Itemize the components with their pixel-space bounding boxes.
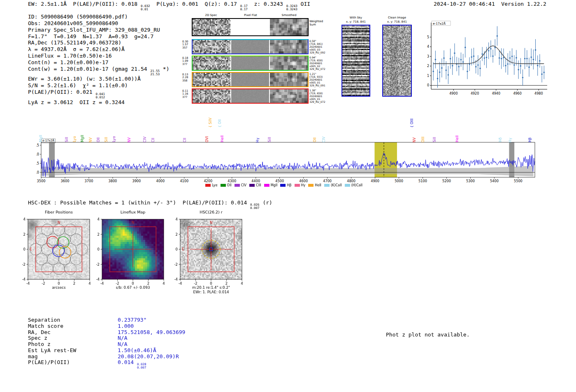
match-field-value: 0.014 — [118, 359, 137, 365]
clean-image-coords: x, y: 718, 841 — [381, 20, 413, 24]
legend-swatch — [324, 184, 330, 187]
legend-swatch — [345, 184, 350, 187]
svg-text:-4: -4 — [26, 281, 30, 285]
legend-swatch — [295, 184, 300, 187]
match-field-label: Match score — [28, 323, 118, 329]
svg-text:4: 4 — [176, 217, 178, 221]
legend-item: (H)CaII — [345, 183, 362, 187]
spec2d-row — [192, 88, 309, 104]
spec2d-strip — [193, 56, 230, 70]
svg-text:-2: -2 — [22, 262, 26, 267]
legend-swatch — [235, 184, 240, 187]
svg-text:2.5: 2.5 — [36, 161, 39, 165]
hsc-dex-header: HSC-DEX : Possible Matches = 1 (within +… — [28, 199, 272, 210]
spec2d-row — [192, 72, 309, 87]
hsc-xlabel: m:20.1 re:1.4" s:0.2" — [176, 285, 246, 290]
info-line: P(LAE)/P(OII): 0.021 0.0410.012 — [28, 89, 169, 99]
svg-text:1: 1 — [427, 74, 429, 78]
fiber-xlabel: arcsecs — [24, 285, 94, 290]
legend-item: CIII — [249, 183, 261, 187]
svg-text:0: 0 — [98, 247, 100, 251]
info-line: ID: 5090086490 (5090086490.pdf) — [28, 14, 169, 20]
svg-text:-2: -2 — [194, 281, 197, 285]
hsc-image-title: HSC(26.2) r — [180, 210, 242, 214]
svg-text:2: 2 — [73, 281, 75, 285]
legend-item: OII — [221, 183, 232, 187]
legend-swatch — [264, 184, 269, 187]
svg-text:4920: 4920 — [471, 92, 479, 95]
legend-label: Lyα — [212, 183, 218, 187]
spec2d-strip — [231, 19, 269, 35]
svg-text:4300: 4300 — [228, 179, 236, 183]
svg-text:-2: -2 — [116, 281, 119, 285]
clean-image-panel: Clean Image x, y: 718, 841 — [381, 16, 413, 97]
spec2d-strip — [231, 56, 269, 70]
spec2d-row-note: 1.21"(718, 933)20240601v005_01329_RU_091 — [309, 72, 328, 87]
svg-text:-4: -4 — [22, 277, 26, 281]
detection-info-block: ID: 5090086490 (5090086490.pdf)Obs: 2024… — [28, 14, 169, 105]
svg-text:7.5: 7.5 — [36, 143, 39, 147]
stacked-uncertainty: 0.0260.007 — [250, 203, 260, 210]
match-field-value: 20.08(20.07,20.09)R — [118, 353, 179, 360]
emission-line-marker: { SiIV — [209, 118, 213, 128]
legend-item: Hβ — [280, 183, 291, 187]
match-table-row: Photo zN/A — [28, 341, 185, 348]
info-line: F=1.7" T=0.149 N=1.37 A=0.93 g=24.7 — [28, 33, 169, 40]
spec2d-row-note: 0.94"(719, 658)20240601v005_02329_RU_072 — [309, 56, 328, 70]
hsc-xlabel2: EWr: 1. PLAE: 0.014 — [176, 290, 246, 294]
info-line: LineFlux = 1.70(±0.50)e-16 — [28, 53, 169, 59]
svg-text:-4: -4 — [179, 281, 182, 285]
legend-swatch — [308, 184, 314, 187]
legend-swatch — [280, 184, 286, 187]
match-field-value: N/A — [118, 335, 127, 341]
hsc-image-panel: HSC(26.2) r -4-2024-4-2024NE m:20.1 re:1… — [169, 209, 251, 297]
svg-text:2: 2 — [23, 232, 26, 237]
match-field-value: 1.000 — [118, 323, 134, 329]
svg-text:4600: 4600 — [299, 179, 308, 183]
svg-text:3: 3 — [427, 55, 429, 58]
fiber-positions-title: Fiber Positions — [28, 210, 90, 214]
spec2d-col-header: 2D Spec — [192, 14, 230, 17]
legend-label: (K)CaII — [331, 183, 342, 187]
match-table-row: RA, Dec175.521058, 49.063699 — [28, 329, 185, 336]
svg-text:5300: 5300 — [466, 179, 475, 183]
info-line: RA,Dec (175.521149,49.063728) — [28, 39, 169, 46]
svg-text:4100: 4100 — [180, 179, 188, 183]
spec2d-strip — [231, 73, 269, 86]
clean-image-title: Clean Image — [381, 16, 413, 20]
svg-text:4: 4 — [98, 217, 100, 221]
stacked-uncertainty: 0.32430.3243 — [286, 5, 297, 11]
legend-label: (H)CaII — [351, 183, 362, 187]
svg-text:0: 0 — [210, 281, 212, 285]
legend-label: Hβ — [287, 183, 291, 187]
info-line: Primary Spec_Slot_IFU_AMP: 329_088_029_R… — [28, 27, 169, 33]
svg-text:2: 2 — [147, 281, 149, 285]
spec2d-strip — [270, 56, 308, 70]
svg-text:4000: 4000 — [156, 179, 165, 183]
svg-text:5000: 5000 — [395, 179, 403, 183]
svg-text:5400: 5400 — [490, 179, 499, 183]
legend-swatch — [221, 184, 226, 187]
info-line: Cont(w) = 1.20(±0.01)e-17 (gmag 21.54 21… — [28, 66, 169, 76]
stacked-uncertainty: 0.0280.007 — [137, 363, 146, 369]
info-line: Obs: 20240601v005_5090086490 — [28, 20, 169, 27]
svg-text:0: 0 — [427, 84, 429, 87]
with-sky-image — [341, 25, 370, 97]
spec2d-col-header: Pixel Flat — [232, 14, 269, 17]
svg-text:-4: -4 — [174, 277, 178, 281]
svg-text:0: 0 — [176, 247, 178, 251]
svg-text:4: 4 — [23, 217, 26, 221]
clean-image — [382, 25, 412, 97]
match-field-label: mag — [28, 354, 118, 360]
svg-text:4940: 4940 — [492, 92, 500, 95]
svg-text:4400: 4400 — [251, 179, 260, 183]
with-sky-coords: x, y: 718, 841 — [341, 20, 371, 24]
svg-text:5500: 5500 — [514, 179, 523, 183]
lineflux-xlabel: s/b: 0.67 +/- 0.093 — [98, 285, 168, 290]
line-fit-plot: 49004920494049604980012345e-17x2Å — [420, 19, 551, 99]
match-table-row: Spec zN/A — [28, 335, 185, 341]
svg-text:4800: 4800 — [347, 179, 355, 183]
match-field-label: Est LyA rest-EW — [28, 348, 118, 354]
spec2d-col-header: Smoothed — [270, 14, 308, 17]
svg-text:0: 0 — [23, 247, 26, 251]
